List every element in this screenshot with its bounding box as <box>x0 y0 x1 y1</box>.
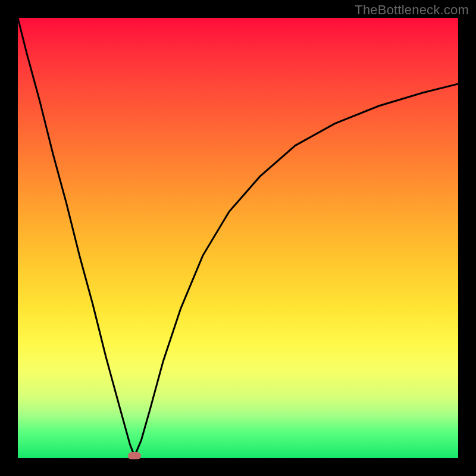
bottleneck-curve-left <box>18 18 134 456</box>
minimum-marker <box>128 452 141 459</box>
chart-frame: TheBottleneck.com <box>0 0 476 476</box>
bottleneck-curve-right <box>134 84 458 456</box>
curve-layer <box>18 18 458 458</box>
plot-area <box>18 18 458 458</box>
watermark-text: TheBottleneck.com <box>355 2 469 18</box>
